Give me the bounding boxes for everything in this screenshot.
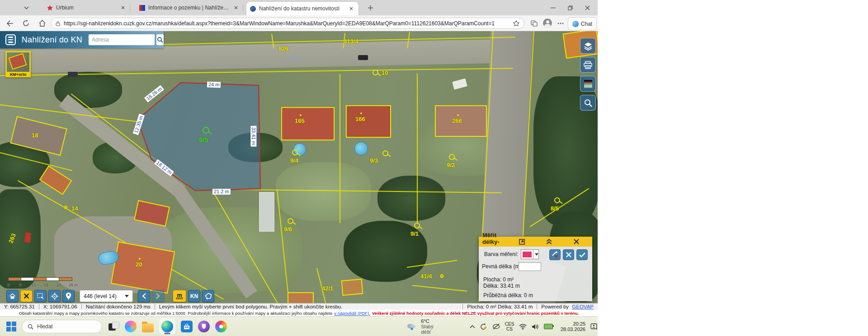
copilot-icon[interactable] xyxy=(125,321,137,332)
parcel-label: 18 xyxy=(32,132,38,138)
paint-app-icon[interactable] xyxy=(215,321,227,332)
coord-x: X: 1069791.06 xyxy=(39,304,82,309)
settings-dots-icon[interactable] xyxy=(556,19,565,28)
scalebar-segment xyxy=(59,277,72,281)
kn-info-button[interactable]: KN xyxy=(188,290,200,302)
tab-nahlizeni-do-kn[interactable]: Nahlížení do katastru nemovitostí xyxy=(246,2,359,15)
menu-button[interactable] xyxy=(5,34,16,45)
parcel-line xyxy=(417,73,418,223)
back-icon[interactable] xyxy=(5,19,14,28)
load-status: Načítání dokončeno 129 ms xyxy=(82,304,155,309)
tab-close-icon[interactable] xyxy=(348,5,355,12)
overview-map-thumbnail[interactable]: KM+orto xyxy=(5,51,31,77)
taskbar-search-label: Hledat xyxy=(37,323,53,330)
new-tab-button[interactable] xyxy=(365,4,375,12)
file-explorer-icon[interactable] xyxy=(142,323,154,332)
popout-icon[interactable] xyxy=(509,238,534,245)
favorites-bar-icon[interactable] xyxy=(530,19,538,28)
clear-measurement-button[interactable] xyxy=(549,249,561,260)
layers-button[interactable] xyxy=(580,38,596,54)
history-forward-button[interactable] xyxy=(152,290,164,302)
map-canvas[interactable]: 24 m 18.26 m 12.35 m 18.12 m 21.2 m 33.4… xyxy=(0,31,598,303)
address-search-input[interactable] xyxy=(89,34,155,45)
map-search-button[interactable] xyxy=(580,95,596,111)
tab-close-icon[interactable] xyxy=(119,4,127,11)
parcel-label: 826 xyxy=(278,46,288,51)
x-icon xyxy=(24,293,29,299)
weather-widget[interactable]: 6°C Slabý déšť xyxy=(421,318,443,335)
help-pdf-link[interactable]: v nápovědě (PDF). xyxy=(334,311,370,316)
chat-icon xyxy=(572,21,579,27)
tab-close-icon[interactable] xyxy=(232,4,240,11)
search-button[interactable] xyxy=(156,34,164,45)
building-label: 266 xyxy=(452,118,462,124)
draw-polygon-button[interactable] xyxy=(202,290,214,302)
parcel-label: 9/2 xyxy=(447,162,455,168)
close-dialog-icon[interactable] xyxy=(564,238,589,245)
building-label: 20 xyxy=(136,261,142,267)
profile-avatar[interactable] xyxy=(542,18,552,28)
zoom-rectangle-button[interactable] xyxy=(34,290,47,302)
minimize-button[interactable] xyxy=(546,3,560,13)
measurement-label: 33.41 m xyxy=(250,126,256,147)
eraser-pin-icon xyxy=(552,251,559,258)
measure-summary: Plocha: 0 m² Délka: 33.41 m xyxy=(462,304,537,309)
cancel-tool-button[interactable] xyxy=(20,290,33,302)
app-title: Nahlížení do KN xyxy=(22,35,82,45)
close-button[interactable] xyxy=(580,3,594,13)
address-bar[interactable]: https://sgi-nahlizenidokn.cuzk.gov.cz/ma… xyxy=(51,18,524,29)
measurement-label: 21.2 m xyxy=(212,189,231,195)
clock-widget[interactable]: 20:25 28.03.2026 xyxy=(561,321,585,332)
geovap-link[interactable]: GEOVAP xyxy=(572,304,594,309)
tree xyxy=(0,189,41,289)
tab-urbium[interactable]: Urbium xyxy=(43,0,130,15)
refresh-icon[interactable] xyxy=(22,19,30,28)
task-view-icon[interactable] xyxy=(108,321,119,332)
security-app-icon[interactable] xyxy=(198,321,210,332)
print-button[interactable] xyxy=(580,57,596,73)
collapse-icon[interactable] xyxy=(537,238,561,245)
locate-button[interactable] xyxy=(48,290,61,302)
weather-icon[interactable] xyxy=(406,322,416,331)
measure-dialog-titlebar[interactable]: Měřit délky-plochy xyxy=(479,237,592,247)
language-switcher[interactable]: CES CS xyxy=(505,322,514,331)
powered-text: Powered by xyxy=(541,304,569,309)
notification-icon[interactable] xyxy=(590,323,598,330)
cancel-measurement-button[interactable] xyxy=(563,249,574,260)
battery-icon[interactable] xyxy=(544,324,553,329)
tab-search-chevron-icon[interactable] xyxy=(21,4,32,12)
measure-color-picker[interactable] xyxy=(521,249,539,259)
printer-icon xyxy=(584,61,592,69)
measure-tool-button[interactable]: m xyxy=(173,290,186,302)
confirm-measurement-button[interactable] xyxy=(576,249,588,260)
edge-browser-icon[interactable] xyxy=(159,318,175,335)
volume-icon[interactable] xyxy=(532,324,539,330)
history-back-button[interactable] xyxy=(138,290,150,302)
tray-expand-icon[interactable] xyxy=(470,325,475,328)
hidden-eye-tray-icon[interactable] xyxy=(492,323,500,330)
restore-button[interactable] xyxy=(563,3,577,13)
taskbar-search[interactable]: Hledat xyxy=(22,320,102,333)
boundary-marker-icon: ⊕ xyxy=(63,204,68,210)
scalebar-tick: 10 xyxy=(31,283,36,287)
wifi-icon[interactable] xyxy=(519,324,527,330)
marker-button[interactable] xyxy=(62,290,75,302)
scalebar-tick: 20 xyxy=(57,283,61,287)
home-icon[interactable] xyxy=(38,19,47,28)
home-extent-button[interactable] xyxy=(6,290,19,302)
coord-y: Y: 665725.31 xyxy=(0,304,39,309)
zoom-level-select[interactable]: 446 (level 14) xyxy=(80,290,133,302)
scalebar-segment xyxy=(33,277,47,281)
bookmark-star-icon[interactable] xyxy=(513,20,519,26)
tab-informace-o-pozemku[interactable]: Informace o pozemku | Nahlížení d xyxy=(136,0,243,15)
start-button[interactable] xyxy=(6,322,16,331)
legend-table-button[interactable] xyxy=(580,76,596,92)
weather-temp: 6°C xyxy=(421,318,443,324)
fixed-length-input[interactable] xyxy=(519,262,541,271)
date: 28.03.2026 xyxy=(561,327,585,332)
microsoft-store-icon[interactable] xyxy=(181,321,193,332)
chat-button[interactable]: Chat xyxy=(568,17,597,30)
chevron-left-icon xyxy=(142,293,146,299)
parcel-label: 8/5 xyxy=(551,205,559,211)
sync-tray-icon[interactable] xyxy=(480,323,487,330)
